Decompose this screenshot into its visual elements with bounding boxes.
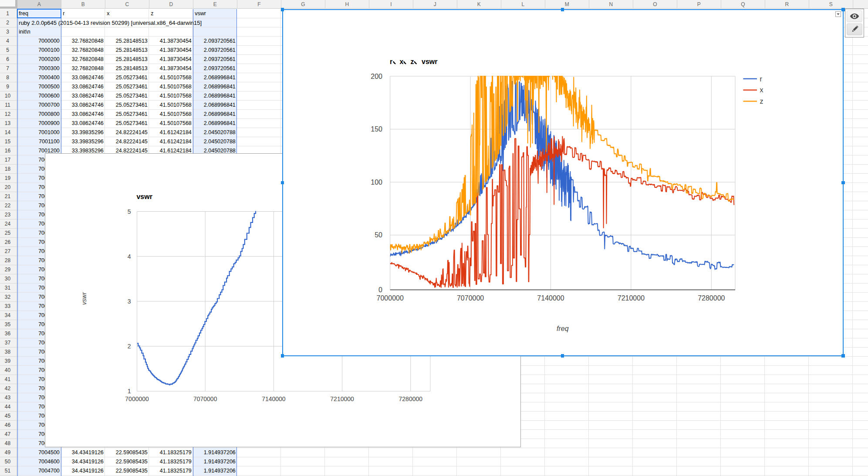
svg-text:7000000: 7000000 — [125, 395, 149, 402]
svg-text:vswr: vswr — [422, 57, 437, 65]
svg-text:vswr: vswr — [81, 292, 88, 305]
svg-text:0: 0 — [378, 286, 382, 294]
svg-text:7210000: 7210000 — [330, 395, 354, 402]
svg-text:r: r — [390, 57, 392, 65]
svg-text:200: 200 — [371, 72, 382, 80]
svg-text:4: 4 — [128, 253, 131, 260]
svg-text:100: 100 — [371, 178, 382, 186]
svg-text:x: x — [399, 57, 403, 65]
svg-text:7000000: 7000000 — [376, 294, 403, 302]
svg-text:7140000: 7140000 — [262, 395, 286, 402]
svg-text:freq: freq — [557, 324, 569, 332]
svg-text:7210000: 7210000 — [617, 294, 644, 302]
svg-text:vswr: vswr — [136, 193, 152, 200]
svg-text:7280000: 7280000 — [399, 395, 423, 402]
svg-text:7070000: 7070000 — [193, 395, 217, 402]
svg-text:150: 150 — [371, 125, 382, 133]
svg-text:5: 5 — [128, 208, 131, 215]
svg-text:3: 3 — [128, 298, 131, 305]
svg-text:1: 1 — [128, 388, 131, 395]
svg-text:z: z — [410, 57, 414, 65]
svg-text:50: 50 — [375, 231, 382, 239]
svg-text:7280000: 7280000 — [698, 294, 725, 302]
svg-text:2: 2 — [128, 343, 131, 350]
svg-text:x: x — [760, 86, 763, 94]
svg-text:z: z — [760, 98, 763, 105]
svg-text:7140000: 7140000 — [537, 294, 564, 302]
svg-text:7070000: 7070000 — [456, 294, 483, 302]
svg-text:r: r — [760, 75, 762, 82]
